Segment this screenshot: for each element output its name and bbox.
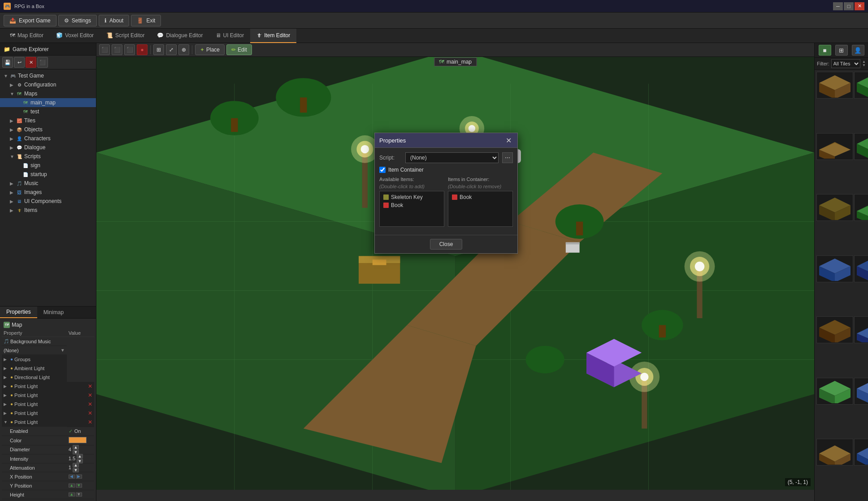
group-label[interactable]: ▶ ● Directional Light [2,373,67,382]
list-item[interactable]: Book [382,201,442,209]
remove-button[interactable]: ✕ [88,401,92,407]
tab-dialogue-editor[interactable]: 💬 Dialogue Editor [151,29,209,43]
exit-button[interactable]: 🚪 Exit [131,15,161,26]
minimize-button[interactable]: ─ [833,2,843,10]
prop-value[interactable]: (None) ▼ [2,346,67,355]
edit-button[interactable]: ✏ Edit [226,44,252,55]
filter-select[interactable]: All Tiles [831,59,861,68]
tree-item-items[interactable]: ▶ 🗡 Items [0,206,96,215]
group-label[interactable]: ▶ ● Ambient Light [2,364,67,373]
save-button[interactable]: 💾 [2,57,13,68]
map-canvas[interactable]: (5, -1, 1) [96,57,814,490]
tree-item-test[interactable]: 🗺 test [0,107,96,116]
tree-item-sign[interactable]: 📄 sign [0,161,96,170]
vp-icon-btn-2[interactable]: ⬛ [112,44,122,55]
list-item[interactable]: Book [450,193,511,201]
tree-item-configuration[interactable]: ▶ ⚙ Configuration [0,80,96,89]
tile-item[interactable] [854,316,868,343]
increment-button[interactable]: ▲ [73,463,79,467]
remove-button[interactable]: ✕ [88,383,92,389]
tile-item[interactable] [816,255,853,282]
panel-tab-properties[interactable]: Properties [0,307,37,318]
tile-item[interactable] [854,378,868,405]
remove-button[interactable]: ✕ [88,419,92,425]
table-row: ▶ ● Point Light ✕ [2,382,94,391]
settings-button[interactable]: ⚙ Settings [58,15,97,26]
undo-button[interactable]: ↩ [14,57,25,68]
down-arrow-button[interactable]: ▼ [76,484,82,488]
up-arrow-button[interactable]: ▲ [69,484,75,488]
tree-item-music[interactable]: ▶ 🎵 Music [0,179,96,188]
group-label[interactable]: ▶ ● Point Light [2,409,67,418]
about-button[interactable]: ℹ About [99,15,129,26]
export-game-button[interactable]: 📤 Export Game [4,15,56,26]
tile-item[interactable] [854,194,868,221]
vp-icon-btn-3[interactable]: ⬛ [124,44,135,55]
tree-item-testgame[interactable]: ▼ 🎮 Test Game [0,71,96,80]
rt-btn-2[interactable]: ⊞ [835,45,848,56]
script-select[interactable]: (None) [405,152,499,163]
item-container-checkbox[interactable] [379,167,386,173]
tile-item[interactable] [816,72,853,99]
left-arrow-button[interactable]: ◀ [69,475,75,479]
tile-item[interactable] [854,133,868,160]
vp-close-btn[interactable]: ● [137,44,148,55]
close-button[interactable]: ✕ [855,2,864,10]
dialog-close-button[interactable]: ✕ [504,136,513,145]
tree-item-dialogue[interactable]: ▶ 💬 Dialogue [0,143,96,152]
tree-item-startup[interactable]: 📄 startup [0,170,96,179]
tile-item[interactable] [854,72,868,99]
tab-voxel-editor[interactable]: 🧊 Voxel Editor [50,29,100,43]
group-label[interactable]: ▶ ● Groups [2,355,67,364]
tab-script-editor[interactable]: 📜 Script Editor [100,29,151,43]
list-item[interactable]: Skeleton Key [382,193,442,201]
group-label[interactable]: ▼ ● Point Light [2,418,67,427]
right-arrow-button[interactable]: ▶ [76,475,82,479]
delete-button[interactable]: ✕ [26,57,36,68]
tile-item[interactable] [816,316,853,343]
group-label[interactable]: ▶ ● Point Light [2,400,67,409]
up-arrow-button[interactable]: ▲ [69,492,75,497]
grid-button[interactable]: ⊞ [153,44,164,55]
group-label[interactable]: ▶ ● Point Light [2,391,67,400]
tile-item[interactable] [854,255,868,282]
tab-item-editor[interactable]: 🗡 Item Editor [250,29,296,43]
center-button[interactable]: ⊕ [178,44,189,55]
tree-item-objects[interactable]: ▶ 📦 Objects [0,125,96,134]
place-button[interactable]: ✦ Place [195,44,225,55]
rt-btn-3[interactable]: 👤 [852,45,864,56]
tree-item-images[interactable]: ▶ 🖼 Images [0,188,96,197]
tile-item[interactable] [816,439,853,466]
remove-button[interactable]: ✕ [88,392,92,398]
tree-item-ui-components[interactable]: ▶ 🖥 UI Components [0,197,96,206]
vp-icon-btn-1[interactable]: ⬛ [99,44,110,55]
increment-button[interactable]: ▲ [77,454,83,458]
map-section-icon: 🗺 [4,322,10,328]
tree-item-main-map[interactable]: 🗺 main_map [0,98,96,107]
tab-ui-editor[interactable]: 🖥 UI Editor [209,29,251,43]
decrement-button[interactable]: ▼ [73,468,79,472]
tree-item-characters[interactable]: ▶ 👤 Characters [0,134,96,143]
tile-item[interactable] [816,378,853,405]
tab-map-editor[interactable]: 🗺 Map Editor [4,29,50,43]
tree-item-scripts[interactable]: ▼ 📜 Scripts [0,152,96,161]
expand-button[interactable]: ⤢ [166,44,177,55]
tree-item-maps[interactable]: ▼ 🗺 Maps [0,89,96,98]
group-label[interactable]: ▶ ● Point Light [2,382,67,391]
down-arrow-button[interactable]: ▼ [76,492,82,497]
panel-tab-minimap[interactable]: Minimap [37,307,70,318]
prop-color-value[interactable] [67,436,94,445]
rt-btn-1[interactable]: ■ [819,45,831,56]
close-dialog-button[interactable]: Close [430,239,463,250]
maximize-button[interactable]: □ [844,2,854,10]
tile-item[interactable] [816,133,853,160]
square-button[interactable]: ⬛ [37,57,48,68]
script-select-btn[interactable]: ⋯ [502,152,513,163]
remove-button[interactable]: ✕ [88,410,92,416]
filter-down-button[interactable]: ▼ [862,64,866,67]
increment-button[interactable]: ▲ [73,445,79,449]
tile-item[interactable] [854,439,868,466]
color-swatch[interactable] [69,437,87,443]
tree-item-tiles[interactable]: ▶ 🧱 Tiles [0,116,96,125]
tile-item[interactable] [816,194,853,221]
